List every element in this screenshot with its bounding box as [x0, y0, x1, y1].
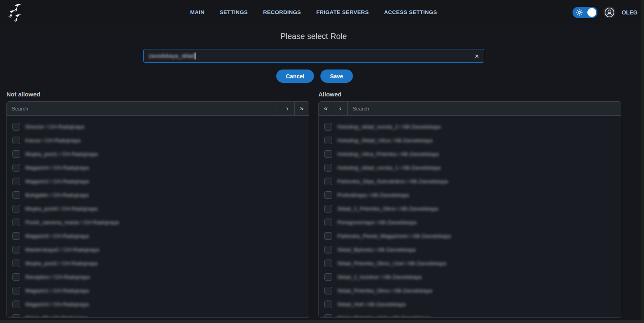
item-label: Sklad_2_hozdvor / AB-Zavodskaya [337, 274, 422, 280]
top-navbar: MAIN SETTINGS RECORDINGS FRIGATE SERVERS… [0, 0, 644, 25]
list-item: Director / CH-Radujnaya [12, 120, 309, 133]
list-item: Sklad_Priemka_Okno_Uzel / AB-Zavodskaya [324, 256, 621, 270]
allowed-title: Allowed [318, 91, 621, 101]
item-label: Holodnyj_Sklad_Ulica / AB-Zavodskaya [337, 137, 432, 143]
item-label: Holodnyj_sklad_vorota_2 / AB-Zavodskaya [337, 124, 440, 130]
item-checkbox[interactable] [324, 232, 332, 240]
nav-link[interactable]: MAIN [190, 9, 205, 15]
username[interactable]: OLEG [622, 9, 638, 16]
horizontal-scrollbar[interactable] [0, 320, 644, 323]
list-item: Reception / CH-Radujnaya [12, 270, 309, 284]
item-checkbox[interactable] [324, 178, 332, 185]
nav-link[interactable]: ACCESS SETTINGS [384, 9, 437, 15]
item-checkbox[interactable] [12, 164, 20, 172]
item-checkbox[interactable] [12, 178, 20, 185]
save-button[interactable]: Save [320, 70, 353, 83]
dialog-buttons: Cancel Save [276, 70, 353, 83]
item-label: Magazin4 / CH-Radujnaya [25, 165, 89, 171]
nav-link[interactable]: SETTINGS [220, 9, 248, 15]
allowed-panel: Allowed « ‹ Holodnyj_sklad_vorota_2 / AB… [318, 91, 621, 318]
move-all-right-button[interactable]: » [294, 102, 309, 115]
list-item: Magazin2 / CH-Radujnaya [12, 174, 309, 188]
page-title: Please select Role [0, 32, 627, 41]
item-label: Moyka_post4 / CH-Radujnaya [25, 206, 98, 212]
item-checkbox[interactable] [12, 246, 20, 253]
sun-icon [576, 9, 583, 17]
item-checkbox[interactable] [324, 205, 332, 213]
item-label: Parkovka_Dlya_Sotrudnikov / AB-Zavodskay… [337, 178, 448, 184]
vertical-scrollbar[interactable] [641, 0, 644, 323]
item-checkbox[interactable] [12, 301, 20, 308]
item-checkbox[interactable] [12, 287, 20, 294]
item-label: Parkovka_Pered_Magazinom / AB-Zavodskaya [337, 233, 451, 239]
item-checkbox[interactable] [12, 232, 20, 240]
user-avatar-icon[interactable] [603, 6, 615, 18]
item-checkbox[interactable] [12, 150, 20, 158]
list-item: Holodnyj_Sklad_Ulica / AB-Zavodskaya [324, 133, 621, 147]
theme-toggle[interactable] [573, 7, 597, 18]
move-all-left-button[interactable]: « [319, 102, 333, 115]
frigate-logo-icon[interactable] [6, 3, 25, 22]
item-label: Buhgalter / CH-Radujnaya [25, 192, 89, 198]
list-item: Sklad_Bytovka / AB-Zavodskaya [324, 243, 621, 256]
list-item: Sklad_Priemka_Verh / AB-Zavodskaya [324, 311, 621, 318]
item-label: Prohodnaya / AB-Zavodskaya [337, 192, 409, 198]
list-item: Holodnyj_sklad_vorota_1 / AB-Zavodskaya [324, 161, 621, 174]
item-checkbox[interactable] [12, 314, 20, 318]
move-right-button[interactable]: › [280, 102, 294, 115]
item-label: Holodnyj_Ulica_Priemka / AB-Zavodskaya [337, 151, 439, 157]
item-label: Sklad_Bytovka / AB-Zavodskaya [337, 247, 416, 253]
list-item: Prohodnaya / AB-Zavodskaya [324, 188, 621, 202]
item-label: Magazin5 / CH-Radujnaya [25, 233, 89, 239]
move-left-button[interactable]: ‹ [333, 102, 348, 115]
list-item: Post4_zamena_masla / CH-Radujnaya [12, 215, 309, 229]
item-checkbox[interactable] [12, 219, 20, 226]
list-item: Peregovornaya / AB-Zavodskaya [324, 215, 621, 229]
item-checkbox[interactable] [324, 123, 332, 131]
item-label: Masterskaya2 / CH-Radujnaya [25, 247, 99, 253]
item-checkbox[interactable] [324, 164, 332, 172]
list-item: Sklad_2_hozdvor / AB-Zavodskaya [324, 270, 621, 284]
list-item: Holodnyj_sklad_vorota_2 / AB-Zavodskaya [324, 120, 621, 133]
item-checkbox[interactable] [324, 246, 332, 253]
list-item: Masterskaya2 / CH-Radujnaya [12, 243, 309, 256]
not-allowed-title: Not allowed [6, 91, 309, 101]
item-checkbox[interactable] [12, 137, 20, 144]
clear-icon[interactable]: × [475, 52, 479, 60]
item-checkbox[interactable] [12, 260, 20, 267]
item-label: Kassa / CH-Radujnaya [25, 137, 80, 143]
item-checkbox[interactable] [12, 273, 20, 281]
role-input[interactable]: zavodskaya_sklad × [143, 49, 484, 63]
list-item: Sklad_4B / Ch-Radujnaya [12, 311, 309, 318]
main-nav: MAIN SETTINGS RECORDINGS FRIGATE SERVERS… [190, 9, 437, 15]
item-checkbox[interactable] [12, 205, 20, 213]
list-item: Moyka_post1 / CH-Radujnaya [12, 147, 309, 161]
nav-link[interactable]: RECORDINGS [263, 9, 301, 15]
item-checkbox[interactable] [324, 150, 332, 158]
item-checkbox[interactable] [324, 191, 332, 199]
cancel-button[interactable]: Cancel [276, 70, 314, 83]
text-caret [195, 53, 196, 59]
item-checkbox[interactable] [324, 314, 332, 318]
item-checkbox[interactable] [324, 260, 332, 267]
not-allowed-search-input[interactable] [7, 102, 280, 115]
list-item: Magazin4 / CH-Radujnaya [12, 161, 309, 174]
item-checkbox[interactable] [324, 287, 332, 294]
item-checkbox[interactable] [324, 301, 332, 308]
item-checkbox[interactable] [324, 137, 332, 144]
not-allowed-panel: Not allowed › » Director / CH-Radujnaya … [6, 91, 309, 318]
item-label: Peregovornaya / AB-Zavodskaya [337, 219, 416, 225]
item-label: Moyka_post1 / CH-Radujnaya [25, 151, 98, 157]
item-checkbox[interactable] [12, 191, 20, 199]
list-item: Sklad_2_Priemka_Okno / AB-Zavodskaya [324, 202, 621, 215]
item-checkbox[interactable] [12, 123, 20, 131]
allowed-search-input[interactable] [348, 102, 621, 115]
nav-link[interactable]: FRIGATE SERVERS [316, 9, 369, 15]
item-checkbox[interactable] [324, 273, 332, 281]
list-item: Kassa / CH-Radujnaya [12, 133, 309, 147]
not-allowed-list: Director / CH-Radujnaya Kassa / CH-Raduj… [6, 116, 309, 318]
item-label: Reception / CH-Radujnaya [25, 274, 90, 280]
item-label: Sklad_Holl / AB-Zavodskaya [337, 301, 406, 307]
item-label: Magazin2 / CH-Radujnaya [25, 178, 89, 184]
item-checkbox[interactable] [324, 219, 332, 226]
